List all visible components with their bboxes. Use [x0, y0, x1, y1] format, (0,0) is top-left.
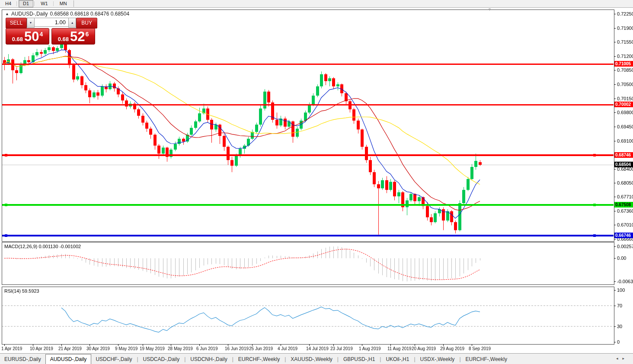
timeframe-toolbar: H4D1W1MN	[0, 0, 633, 8]
price-axis-label: 0.71200	[617, 54, 633, 59]
sell-price-pip: 4	[40, 31, 43, 38]
tab-separator: |	[137, 356, 138, 362]
buy-button[interactable]: BUY	[76, 18, 97, 29]
buy-price-pip: 6	[86, 31, 89, 38]
chart-shift-marker-icon[interactable]: ▼	[488, 7, 492, 12]
macd-indicator-label: MACD(12,26,9) 0.001130 -0.001002	[4, 244, 81, 249]
date-axis-label: 20 Aug 2019	[412, 346, 436, 351]
collapse-arrow-icon[interactable]: ▲	[5, 12, 9, 16]
toolbar-separator	[16, 1, 17, 6]
date-axis-label: 21 Apr 2019	[58, 346, 82, 351]
price-axis-label: 0.71900	[617, 26, 633, 31]
date-axis-label: 28 May 2019	[168, 346, 193, 351]
date-axis-label: 6 Jun 2019	[196, 346, 218, 351]
buy-price-big: 52	[70, 31, 85, 43]
timeframe-button-w1[interactable]: W1	[36, 0, 52, 7]
price-axis-label: 0.71550	[617, 39, 633, 45]
price-axis-label: 0.69100	[617, 138, 633, 144]
date-axis-label: 25 Jun 2019	[249, 346, 273, 351]
price-axis-label: 0.70850	[617, 67, 633, 73]
price-axis-label: 0.67010	[617, 222, 633, 227]
price-chart-canvas[interactable]	[0, 0, 633, 364]
date-axis-label: 8 Sep 2019	[469, 346, 491, 351]
date-axis-label: 1 Aug 2019	[359, 346, 381, 351]
date-axis-label: 9 May 2019	[115, 346, 137, 351]
symbol-period-label: AUDUSD-,Daily	[11, 11, 48, 17]
volume-decrease-button[interactable]: ▼	[27, 18, 35, 28]
tab-separator: |	[285, 356, 286, 362]
price-axis-label: 0.69800	[617, 110, 633, 115]
trading-terminal-window: H4D1W1MN ▲ AUDUSD-,Daily 0.68568 0.68618…	[0, 0, 633, 364]
price-axis-label: 0.67360	[617, 208, 633, 214]
price-axis-label: 0.68050	[617, 180, 633, 185]
chart-title: ▲ AUDUSD-,Daily 0.68568 0.68618 0.68476 …	[5, 11, 129, 17]
macd-axis-label: 0.002574	[617, 244, 633, 249]
toolbar-separator	[53, 1, 54, 6]
price-axis-label: 0.69450	[617, 124, 633, 129]
chart-tab-eurchf-weekly[interactable]: EURCHF-,Weekly	[234, 355, 284, 364]
volume-input[interactable]	[35, 18, 68, 27]
sell-price-box[interactable]: 0.68 50 4	[6, 28, 49, 45]
one-click-trading-widget: SELL ▼ ▲ BUY 0.68 50 4 0.68 52 6	[6, 18, 97, 45]
rsi-axis-label: 70	[617, 303, 622, 308]
level-price-tag: 0.68746	[614, 152, 633, 158]
rsi-value: 59.5923	[22, 288, 39, 294]
chart-tab-usdcnh-daily[interactable]: USDCNH-,Daily	[186, 355, 231, 364]
macd-axis-label: -0.006326	[617, 279, 633, 284]
chart-tab-xauusd-weekly[interactable]: XAUUSD-,Weekly	[286, 355, 336, 364]
chart-tab-audusd-daily[interactable]: AUDUSD-,Daily	[45, 354, 92, 364]
ohlc-values: 0.68568 0.68618 0.68476 0.68504	[50, 11, 130, 17]
tab-separator: |	[232, 356, 233, 362]
chart-tab-ukoil-h1[interactable]: UKOil-,H1	[381, 355, 413, 364]
sell-price-base: 0.68	[12, 35, 23, 43]
buy-price-box[interactable]: 0.68 52 6	[51, 28, 95, 45]
chart-tab-usdx-weekly[interactable]: USDX-,Weekly	[416, 355, 459, 364]
date-axis-label: 4 Jul 2019	[278, 346, 297, 351]
date-axis-label: 10 Apr 2019	[30, 346, 53, 351]
current-price-tag: 0.68504	[614, 162, 633, 167]
date-axis-label: 16 Jun 2019	[225, 346, 249, 351]
level-price-tag: 0.71005	[614, 61, 633, 67]
timeframe-button-mn[interactable]: MN	[55, 0, 71, 7]
tab-separator: |	[414, 356, 415, 362]
level-price-tag: 0.66746	[614, 233, 633, 238]
tab-separator: |	[184, 356, 185, 362]
rsi-axis-label: 30	[617, 324, 622, 329]
toolbar-separator	[34, 1, 35, 6]
tab-scroll-arrows[interactable]: ◂▸	[616, 356, 629, 361]
chart-tab-usdcad-daily[interactable]: USDCAD-,Daily	[139, 355, 184, 364]
sell-button[interactable]: SELL	[6, 18, 27, 29]
timeframe-button-d1[interactable]: D1	[19, 0, 33, 7]
macd-axis-label: 0.00	[617, 255, 626, 261]
rsi-indicator-label: RSI(14) 59.5923	[4, 288, 39, 294]
date-axis-label: 19 May 2019	[140, 346, 165, 351]
date-axis-label: 29 Aug 2019	[440, 346, 464, 351]
price-axis-label: 0.70150	[617, 96, 633, 101]
price-axis-label: 0.70500	[617, 82, 633, 87]
chart-tab-eurusd-daily[interactable]: EURUSD-,Daily	[0, 355, 45, 364]
rsi-axis-label: 0	[617, 339, 620, 345]
chart-tab-bar: EURUSD-,DailyAUDUSD-,DailyUSDCHF-,Daily|…	[0, 353, 633, 364]
chart-tab-eurchf-weekly[interactable]: EURCHF-,Weekly	[461, 355, 512, 364]
timeframe-button-h4[interactable]: H4	[1, 0, 16, 7]
chart-tab-usdchf-daily[interactable]: USDCHF-,Daily	[91, 355, 136, 364]
volume-increase-button[interactable]: ▲	[68, 18, 76, 28]
date-axis-label: 23 Jul 2019	[330, 346, 353, 351]
toolbar-group-divider	[74, 0, 74, 7]
macd-values: 0.001130 -0.001002	[38, 244, 81, 249]
chart-tab-gbpusd-h1[interactable]: GBPUSD-,H1	[339, 355, 379, 364]
level-price-tag: 0.70002	[614, 102, 633, 107]
date-axis-label: 14 Jul 2019	[306, 346, 329, 351]
level-price-tag: 0.67508	[614, 202, 633, 208]
date-axis-label: 1 Apr 2019	[1, 346, 22, 351]
tab-separator: |	[459, 356, 460, 362]
rsi-axis-label: 100	[617, 287, 625, 293]
date-axis-label: 30 Apr 2019	[86, 346, 110, 351]
buy-price-base: 0.68	[58, 35, 69, 43]
tab-separator: |	[337, 356, 339, 362]
price-axis-label: 0.67710	[617, 194, 633, 199]
tab-separator: |	[380, 356, 381, 362]
date-axis-label: 11 Aug 2019	[387, 346, 411, 351]
sell-price-big: 50	[24, 31, 39, 43]
price-axis-label: 0.72250	[617, 11, 633, 16]
